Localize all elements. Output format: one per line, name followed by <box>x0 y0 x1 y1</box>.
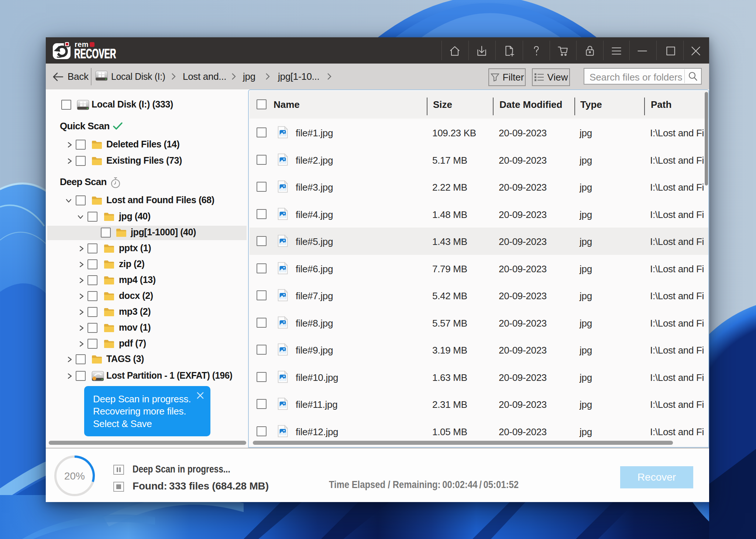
svg-text:20%: 20% <box>64 470 85 482</box>
